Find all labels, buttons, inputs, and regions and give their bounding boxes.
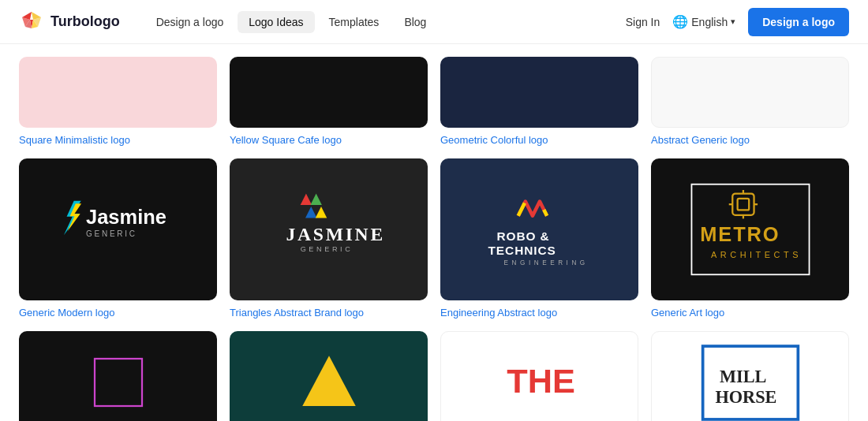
language-selector[interactable]: 🌐 English ▾: [672, 14, 735, 29]
logo-title-triangles-abstract[interactable]: Triangles Abstract Brand logo: [230, 307, 428, 319]
partial-2-svg: [294, 347, 365, 418]
svg-text:GENERIC: GENERIC: [86, 229, 137, 238]
partial-3-svg: THE: [500, 343, 579, 421]
svg-rect-23: [737, 199, 749, 210]
sign-in-button[interactable]: Sign In: [626, 16, 660, 28]
svg-marker-13: [310, 194, 322, 206]
logo-card-yellow-square: Yellow Square Cafe logo: [230, 57, 428, 146]
metro-architects-logo-svg: METRO ARCHITECTS: [672, 174, 829, 285]
svg-text:GENERIC: GENERIC: [300, 245, 353, 253]
svg-text:METRO: METRO: [700, 223, 780, 245]
logo-card-partial-2: [230, 331, 428, 421]
svg-text:ENGINEERING: ENGINEERING: [503, 259, 588, 266]
svg-text:Jasmine: Jasmine: [86, 206, 166, 228]
logo-title-yellow-square[interactable]: Yellow Square Cafe logo: [230, 134, 428, 146]
svg-text:ROBO &: ROBO &: [496, 229, 549, 243]
nav-templates[interactable]: Templates: [318, 11, 391, 33]
logo-card-triangles-abstract: JASMINE GENERIC Triangles Abstract Brand…: [230, 158, 428, 319]
svg-marker-31: [302, 356, 356, 406]
logo-thumbnail-partial-1[interactable]: [19, 331, 217, 421]
logo-card-partial-1: [19, 331, 217, 421]
globe-icon: 🌐: [672, 14, 688, 29]
logo-card-square-minimalistic: Square Minimalistic logo: [19, 57, 217, 146]
logo-title-abstract-generic[interactable]: Abstract Generic logo: [651, 134, 849, 146]
partial-1-svg: [83, 347, 154, 418]
nav-blog[interactable]: Blog: [393, 11, 437, 33]
logo-thumbnail-partial-4[interactable]: MILL HORSE: [651, 331, 849, 421]
main-header: Turbologo Design a logo Logo Ideas Templ…: [0, 0, 868, 44]
logo-card-engineering: ROBO & TECHNICS ENGINEERING Engineering …: [440, 158, 638, 319]
svg-text:HORSE: HORSE: [715, 386, 776, 406]
svg-marker-9: [67, 203, 80, 231]
robo-technics-logo-svg: ROBO & TECHNICS ENGINEERING: [461, 182, 619, 277]
logo-card-partial-4: MILL HORSE: [651, 331, 849, 421]
partial-4-svg: MILL HORSE: [699, 341, 802, 422]
design-logo-button[interactable]: Design a logo: [748, 8, 849, 36]
logo-grid: Square Minimalistic logo Yellow Square C…: [19, 57, 849, 421]
jasmine-dark-logo-svg: Jasmine GENERIC: [39, 186, 197, 273]
logo-thumbnail-partial-3[interactable]: THE: [440, 331, 638, 421]
logo-thumbnail-generic-art[interactable]: METRO ARCHITECTS: [651, 158, 849, 300]
logo-thumbnail-engineering[interactable]: ROBO & TECHNICS ENGINEERING: [440, 158, 638, 300]
brand-logo[interactable]: Turbologo: [19, 9, 120, 35]
logo-card-generic-art: METRO ARCHITECTS Generic Art logo: [651, 158, 849, 319]
logo-thumbnail-partial-2[interactable]: [230, 331, 428, 421]
logo-thumbnail-square-minimalistic[interactable]: [19, 57, 217, 128]
logo-card-abstract-generic: Abstract Generic logo: [651, 57, 849, 146]
svg-marker-15: [315, 207, 327, 218]
logo-title-engineering[interactable]: Engineering Abstract logo: [440, 307, 638, 319]
svg-text:ARCHITECTS: ARCHITECTS: [711, 250, 802, 259]
svg-text:MILL: MILL: [720, 367, 766, 386]
svg-marker-14: [305, 207, 317, 218]
header-actions: Sign In 🌐 English ▾ Design a logo: [626, 8, 849, 36]
logo-title-geometric[interactable]: Geometric Colorful logo: [440, 134, 638, 146]
language-label: English: [691, 16, 728, 28]
turbologo-icon: [19, 9, 44, 35]
logo-card-partial-3: THE: [440, 331, 638, 421]
main-nav: Design a logo Logo Ideas Templates Blog: [145, 11, 626, 33]
logo-title-square-minimalistic[interactable]: Square Minimalistic logo: [19, 134, 217, 146]
logo-card-geometric: Geometric Colorful logo: [440, 57, 638, 146]
svg-rect-30: [95, 359, 142, 406]
logo-title-generic-modern[interactable]: Generic Modern logo: [19, 307, 217, 319]
logo-card-generic-modern: Jasmine GENERIC Generic Modern logo: [19, 158, 217, 319]
svg-rect-22: [732, 194, 754, 215]
main-content: Square Minimalistic logo Yellow Square C…: [0, 44, 868, 421]
svg-text:THE: THE: [507, 362, 575, 400]
logo-thumbnail-generic-modern[interactable]: Jasmine GENERIC: [19, 158, 217, 300]
logo-title-generic-art[interactable]: Generic Art logo: [651, 307, 849, 319]
logo-thumbnail-abstract-generic[interactable]: [651, 57, 849, 128]
svg-text:TECHNICS: TECHNICS: [488, 244, 556, 257]
jasmine-generic-logo-svg: JASMINE GENERIC: [250, 182, 408, 277]
nav-logo-ideas[interactable]: Logo Ideas: [238, 11, 314, 33]
svg-marker-12: [300, 194, 312, 206]
brand-name: Turbologo: [51, 13, 120, 30]
logo-thumbnail-triangles-abstract[interactable]: JASMINE GENERIC: [230, 158, 428, 300]
logo-thumbnail-yellow-square[interactable]: [230, 57, 428, 128]
svg-text:JASMINE: JASMINE: [286, 224, 384, 244]
chevron-down-icon: ▾: [731, 17, 735, 27]
logo-thumbnail-geometric[interactable]: [440, 57, 638, 128]
nav-design-logo[interactable]: Design a logo: [145, 11, 235, 33]
